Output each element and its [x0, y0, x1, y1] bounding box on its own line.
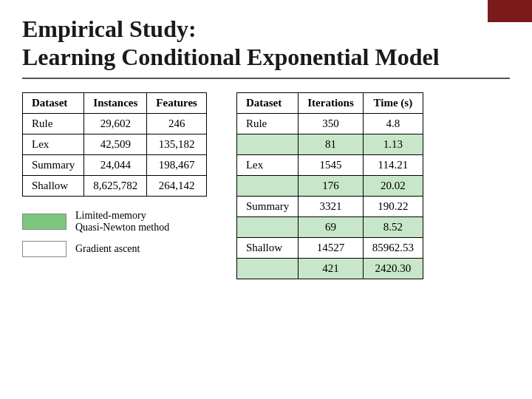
cell-iterations: 350: [299, 113, 364, 134]
cell-features: 135,182: [147, 134, 207, 154]
legend-item-green: Limited-memoryQuasi-Newton method: [22, 210, 207, 233]
cell-dataset: Shallow: [236, 237, 298, 258]
table-row: 176 20.02: [236, 175, 423, 196]
cell-dataset: Shallow: [23, 175, 84, 196]
main-content: Empirical Study: Learning Conditional Ex…: [0, 0, 532, 294]
cell-dataset: [236, 258, 298, 279]
cell-instances: 8,625,782: [84, 175, 147, 196]
cell-dataset: [236, 175, 298, 196]
left-col-features: Features: [147, 92, 207, 113]
cell-time: 85962.53: [363, 237, 423, 258]
left-table: Dataset Instances Features Rule 29,602 2…: [22, 92, 207, 197]
cell-iterations: 176: [299, 175, 364, 196]
table-row: 421 2420.30: [236, 258, 423, 279]
left-col-dataset: Dataset: [23, 92, 84, 113]
cell-instances: 24,044: [84, 154, 147, 175]
left-section: Dataset Instances Features Rule 29,602 2…: [22, 92, 207, 279]
legend-label-white: Gradient ascent: [75, 243, 140, 255]
legend-color-green: [22, 214, 66, 230]
cell-instances: 29,602: [84, 113, 147, 134]
right-section: Dataset Iterations Time (s) Rule 350 4.8…: [236, 92, 423, 279]
right-col-dataset: Dataset: [236, 92, 298, 113]
cell-time: 8.52: [363, 216, 423, 237]
right-table: Dataset Iterations Time (s) Rule 350 4.8…: [236, 92, 423, 279]
cell-dataset: Lex: [236, 154, 298, 175]
table-row: 81 1.13: [236, 134, 423, 154]
cell-dataset: [236, 216, 298, 237]
cell-dataset: [236, 134, 298, 154]
cell-time: 4.8: [363, 113, 423, 134]
table-row: Shallow 8,625,782 264,142: [23, 175, 207, 196]
cell-features: 198,467: [147, 154, 207, 175]
cell-iterations: 1545: [299, 154, 364, 175]
cell-time: 2420.30: [363, 258, 423, 279]
cell-features: 264,142: [147, 175, 207, 196]
legend-label-green: Limited-memoryQuasi-Newton method: [75, 210, 169, 233]
table-row: Summary 24,044 198,467: [23, 154, 207, 175]
cell-iterations: 81: [299, 134, 364, 154]
cell-dataset: Lex: [23, 134, 84, 154]
table-row: Lex 1545 114.21: [236, 154, 423, 175]
title-line1: Empirical Study:: [22, 16, 197, 42]
table-row: Summary 3321 190.22: [236, 196, 423, 216]
cell-dataset: Rule: [23, 113, 84, 134]
cell-features: 246: [147, 113, 207, 134]
page-title: Empirical Study: Learning Conditional Ex…: [22, 15, 510, 79]
cell-iterations: 421: [299, 258, 364, 279]
cell-iterations: 3321: [299, 196, 364, 216]
top-bar-decoration: [488, 0, 532, 22]
cell-iterations: 69: [299, 216, 364, 237]
table-row: Rule 29,602 246: [23, 113, 207, 134]
cell-instances: 42,509: [84, 134, 147, 154]
cell-time: 20.02: [363, 175, 423, 196]
cell-dataset: Rule: [236, 113, 298, 134]
cell-dataset: Summary: [236, 196, 298, 216]
cell-dataset: Summary: [23, 154, 84, 175]
cell-time: 190.22: [363, 196, 423, 216]
right-col-iterations: Iterations: [299, 92, 364, 113]
cell-time: 1.13: [363, 134, 423, 154]
left-col-instances: Instances: [84, 92, 147, 113]
tables-area: Dataset Instances Features Rule 29,602 2…: [22, 92, 510, 279]
legend-area: Limited-memoryQuasi-Newton method Gradie…: [22, 210, 207, 257]
cell-time: 114.21: [363, 154, 423, 175]
table-row: Rule 350 4.8: [236, 113, 423, 134]
right-col-time: Time (s): [363, 92, 423, 113]
cell-iterations: 14527: [299, 237, 364, 258]
legend-color-white: [22, 241, 66, 257]
table-row: 69 8.52: [236, 216, 423, 237]
table-row: Shallow 14527 85962.53: [236, 237, 423, 258]
legend-item-white: Gradient ascent: [22, 241, 207, 257]
title-line2: Learning Conditional Exponential Model: [22, 44, 440, 70]
table-row: Lex 42,509 135,182: [23, 134, 207, 154]
